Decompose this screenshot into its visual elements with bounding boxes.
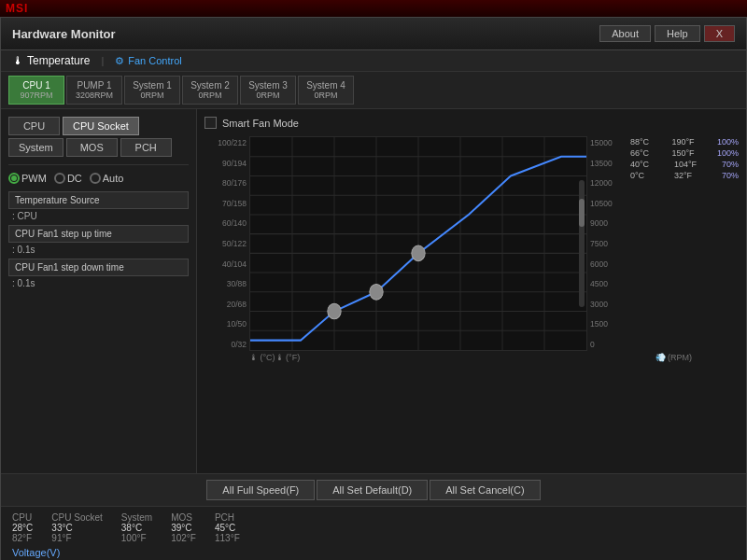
temp-cpu-socket: CPU Socket 33°C 91°F	[51, 512, 102, 543]
y-axis-right: 15000 13500 12000 10500 9000 7500 6000 4…	[587, 136, 627, 351]
mos-temp-btn[interactable]: MOS	[66, 138, 118, 157]
curve-handle-2	[412, 245, 425, 261]
temp-source-section: Temperature Source : CPU	[8, 191, 189, 221]
fan-tab-system3[interactable]: System 3 0RPM	[240, 76, 296, 105]
fan-tab-cpu1[interactable]: CPU 1 907RPM	[8, 76, 64, 105]
step-down-section: CPU Fan1 step down time : 0.1s	[8, 259, 189, 288]
temp-cpu: CPU 28°C 82°F	[12, 512, 33, 543]
temp-mos: MOS 39°C 102°F	[171, 512, 196, 543]
chart-scrollbar[interactable]	[579, 180, 585, 308]
step-up-section: CPU Fan1 step up time : 0.1s	[8, 225, 189, 255]
temp-source-label[interactable]: Temperature Source	[8, 191, 189, 209]
curve-handle-3	[370, 285, 383, 301]
fan-tab-pump1[interactable]: PUMP 1 3208RPM	[66, 76, 122, 105]
temp-source-value: : CPU	[8, 211, 189, 221]
window-controls: About Help X	[599, 25, 735, 42]
fan-tab-rpm: 907RPM	[15, 91, 58, 100]
bottom-panel: CPU 28°C 82°F CPU Socket 33°C 91°F Syste…	[1, 506, 746, 560]
fan-tab-label: CPU 1	[15, 80, 58, 91]
step-down-label[interactable]: CPU Fan1 step down time	[8, 259, 189, 276]
fan-tabs-row: CPU 1 907RPM PUMP 1 3208RPM System 1 0RP…	[1, 72, 746, 109]
fan-tab-label: System 3	[247, 80, 289, 91]
pwm-label: PWM	[21, 173, 47, 184]
scrollbar-thumb[interactable]	[579, 199, 585, 227]
system-temp-btn[interactable]: System	[8, 138, 63, 157]
cpu-socket-temp-btn[interactable]: CPU Socket	[63, 117, 139, 135]
curve-handle-1	[328, 303, 341, 319]
voltage-section-label: Voltage(V)	[12, 547, 735, 558]
mode-options: PWM DC Auto	[8, 173, 189, 184]
pch-temp-btn[interactable]: PCH	[120, 138, 172, 157]
fan-control-label: Fan Control	[128, 55, 181, 66]
fan-tab-system1[interactable]: System 1 0RPM	[124, 76, 180, 105]
fan-tab-label: PUMP 1	[73, 80, 116, 91]
close-button[interactable]: X	[704, 25, 735, 42]
auto-mode-label[interactable]: Auto	[90, 173, 124, 184]
section-header: 🌡 Temperature | ⚙ Fan Control	[1, 50, 746, 72]
left-panel: CPU CPU Socket System MOS PCH PWM DC	[1, 109, 197, 473]
dc-label: DC	[67, 173, 82, 184]
chart-svg-container[interactable]	[249, 136, 587, 351]
right-temp-labels: 88°C190°F100% 66°C150°F100% 40°C104°F70%…	[627, 136, 739, 351]
app-logo: MSI	[6, 2, 28, 15]
smart-fan-mode-row: Smart Fan Mode	[204, 117, 739, 129]
smart-fan-label: Smart Fan Mode	[222, 118, 299, 129]
all-set-cancel-button[interactable]: All Set Cancel(C)	[430, 480, 540, 500]
x-label-rpm: 💨 (RPM)	[655, 353, 693, 362]
pwm-radio[interactable]	[8, 173, 20, 184]
fan-control-tab[interactable]: ⚙ Fan Control	[115, 55, 181, 67]
dc-mode-label[interactable]: DC	[54, 173, 82, 184]
fan-icon: ⚙	[115, 55, 124, 67]
fan-curve-svg	[250, 137, 586, 350]
step-up-value: : 0.1s	[8, 245, 189, 255]
step-down-value: : 0.1s	[8, 278, 189, 288]
fan-tab-label: System 4	[304, 80, 347, 91]
y-axis-left: 100/212 90/194 80/176 70/158 60/140 50/1…	[204, 136, 249, 351]
fan-tab-system2[interactable]: System 2 0RPM	[182, 76, 238, 105]
about-button[interactable]: About	[599, 25, 651, 42]
fan-tab-rpm: 0RPM	[247, 91, 289, 100]
thermometer-icon: 🌡	[12, 54, 23, 67]
help-button[interactable]: Help	[655, 25, 700, 42]
temperature-tab[interactable]: 🌡 Temperature	[12, 54, 90, 67]
hardware-monitor-window: Hardware Monitor About Help X 🌡 Temperat…	[0, 17, 747, 560]
auto-radio[interactable]	[90, 173, 101, 184]
step-up-label[interactable]: CPU Fan1 step up time	[8, 225, 189, 243]
all-full-speed-button[interactable]: All Full Speed(F)	[206, 480, 315, 500]
pwm-mode-label[interactable]: PWM	[8, 173, 47, 184]
x-axis-labels: 🌡 (°C) 🌡 (°F) 💨 (RPM)	[204, 353, 739, 362]
temp-system: System 38°C 100°F	[121, 512, 152, 543]
main-content: CPU CPU Socket System MOS PCH PWM DC	[1, 109, 746, 473]
auto-label: Auto	[103, 173, 124, 184]
cpu-temp-btn[interactable]: CPU	[8, 117, 60, 135]
smart-fan-checkbox[interactable]	[204, 117, 217, 129]
temp-readings-row: CPU 28°C 82°F CPU Socket 33°C 91°F Syste…	[12, 512, 735, 543]
fan-tab-rpm: 0RPM	[189, 91, 232, 100]
fan-tab-rpm: 0RPM	[304, 91, 347, 100]
x-label-celsius: 🌡 (°C)	[249, 353, 275, 362]
chart-container: 100/212 90/194 80/176 70/158 60/140 50/1…	[204, 136, 739, 351]
temp-pch: PCH 45°C 113°F	[215, 512, 240, 543]
window-title: Hardware Monitor	[12, 27, 116, 41]
fan-tab-rpm: 3208RPM	[73, 91, 116, 100]
fan-tab-label: System 1	[131, 80, 174, 91]
x-label-fahrenheit: 🌡 (°F)	[275, 353, 301, 362]
temp-source-buttons: CPU CPU Socket System MOS PCH	[8, 117, 189, 157]
all-set-default-button[interactable]: All Set Default(D)	[317, 480, 428, 500]
top-bar: MSI	[0, 0, 747, 17]
fan-tab-system4[interactable]: System 4 0RPM	[298, 76, 354, 105]
fan-tab-rpm: 0RPM	[131, 91, 174, 100]
fan-tab-label: System 2	[189, 80, 232, 91]
dc-radio[interactable]	[54, 173, 65, 184]
temperature-label: Temperature	[27, 54, 90, 67]
chart-panel: Smart Fan Mode 100/212 90/194 80/176 70/…	[197, 109, 746, 473]
title-bar: Hardware Monitor About Help X	[1, 18, 746, 50]
action-buttons-bar: All Full Speed(F) All Set Default(D) All…	[1, 473, 746, 506]
